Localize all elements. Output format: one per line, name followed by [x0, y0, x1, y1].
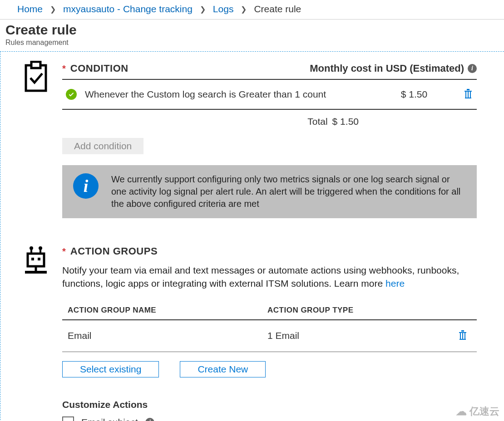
condition-section: * CONDITION Monthly cost in USD (Estimat… — [22, 61, 477, 218]
action-group-type: 1 Email — [267, 330, 454, 341]
required-asterisk: * — [62, 246, 66, 257]
chevron-right-icon: ❯ — [241, 5, 247, 14]
condition-title: CONDITION — [70, 63, 128, 74]
customize-actions: Customize Actions Email subject i Includ… — [62, 399, 477, 421]
chevron-right-icon: ❯ — [200, 5, 206, 14]
required-asterisk: * — [62, 64, 66, 74]
svg-rect-6 — [470, 92, 471, 98]
breadcrumb-logs[interactable]: Logs — [213, 4, 234, 15]
action-group-table-header: ACTION GROUP NAME ACTION GROUP TYPE — [62, 301, 477, 320]
info-banner: i We currently support configuring only … — [62, 165, 477, 218]
email-subject-checkbox[interactable] — [62, 416, 74, 421]
action-group-row[interactable]: Email 1 Email — [62, 320, 477, 352]
info-icon: i — [73, 173, 99, 199]
breadcrumb-home[interactable]: Home — [17, 4, 43, 15]
svg-rect-18 — [461, 330, 464, 332]
cost-label: Monthly cost in USD (Estimated) — [310, 63, 464, 74]
page-header: Create rule Rules management — [0, 20, 504, 51]
action-group-name: Email — [68, 330, 267, 341]
svg-rect-3 — [467, 89, 469, 90]
column-action-group-name: ACTION GROUP NAME — [68, 306, 267, 315]
create-new-button[interactable]: Create New — [180, 361, 266, 377]
watermark: ☁ 亿速云 — [456, 405, 499, 418]
page-title: Create rule — [5, 22, 499, 38]
learn-more-link[interactable]: here — [385, 278, 405, 289]
action-groups-title: ACTION GROUPS — [70, 245, 158, 257]
svg-rect-21 — [464, 333, 465, 339]
select-existing-button[interactable]: Select existing — [62, 361, 159, 377]
svg-rect-5 — [468, 92, 469, 98]
watermark-text: 亿速云 — [469, 405, 499, 418]
svg-rect-2 — [464, 91, 472, 92]
svg-rect-1 — [31, 62, 40, 68]
svg-rect-17 — [459, 332, 466, 333]
checkmark-icon — [66, 89, 77, 100]
svg-rect-20 — [462, 333, 463, 339]
customize-title: Customize Actions — [62, 399, 477, 410]
svg-rect-22 — [460, 339, 466, 340]
chevron-right-icon: ❯ — [50, 5, 56, 14]
delete-condition-button[interactable] — [460, 88, 477, 101]
condition-text: Whenever the Custom log search is Greate… — [85, 89, 369, 100]
svg-rect-19 — [460, 333, 461, 339]
breadcrumb-current: Create rule — [254, 4, 301, 15]
email-subject-label: Email subject — [81, 417, 138, 421]
action-groups-description: Notify your team via email and text mess… — [62, 264, 477, 290]
svg-rect-13 — [31, 258, 34, 260]
add-condition-button[interactable]: Add condition — [62, 138, 143, 154]
svg-rect-7 — [465, 98, 471, 98]
svg-rect-4 — [465, 92, 466, 98]
breadcrumb: Home ❯ mxyausauto - Change tracking ❯ Lo… — [0, 0, 504, 20]
total-label: Total — [307, 116, 327, 127]
column-action-group-type: ACTION GROUP TYPE — [267, 306, 471, 315]
page-subtitle: Rules management — [5, 39, 499, 47]
svg-rect-14 — [38, 258, 40, 260]
condition-cost: $ 1.50 — [369, 89, 460, 100]
breadcrumb-resource[interactable]: mxyausauto - Change tracking — [63, 4, 193, 15]
delete-action-group-button[interactable] — [454, 329, 471, 343]
create-rule-panel: * CONDITION Monthly cost in USD (Estimat… — [0, 51, 504, 421]
action-groups-section: * ACTION GROUPS Notify your team via ema… — [22, 245, 477, 421]
info-text: We currently support configuring only tw… — [111, 173, 466, 210]
robot-icon — [22, 245, 49, 421]
info-icon[interactable]: i — [468, 64, 477, 73]
condition-row[interactable]: Whenever the Custom log search is Greate… — [62, 80, 477, 110]
cloud-icon: ☁ — [456, 405, 467, 418]
info-icon[interactable]: i — [145, 418, 154, 421]
svg-rect-12 — [28, 254, 44, 266]
svg-rect-16 — [25, 271, 47, 274]
clipboard-check-icon — [22, 61, 49, 218]
total-value: $ 1.50 — [332, 116, 359, 127]
